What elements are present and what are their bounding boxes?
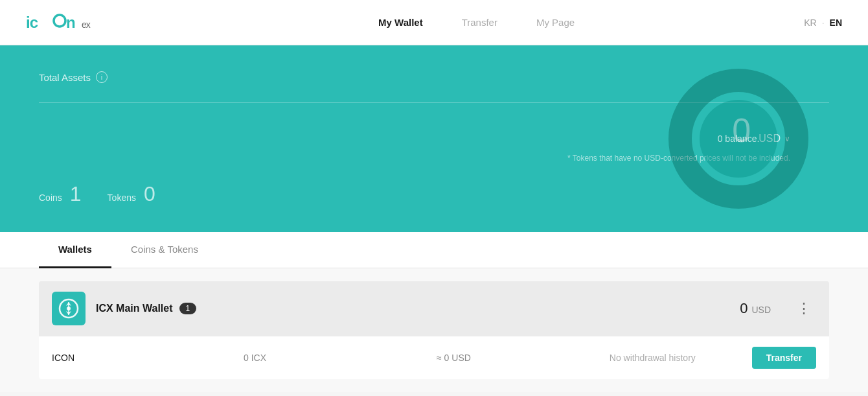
svg-point-8 — [67, 307, 71, 310]
token-usd-amount: ≈ 0 USD — [354, 353, 553, 363]
transfer-button[interactable]: Transfer — [752, 347, 816, 369]
coins-label: Coins — [39, 192, 62, 203]
wallet-card: ICX Main Wallet 1 0 USD ⋮ ICON 0 ICX ≈ 0… — [39, 281, 829, 379]
token-name: ICON — [52, 353, 155, 363]
lang-separator: · — [822, 17, 825, 28]
tabs-section: Wallets Coins & Tokens — [0, 232, 868, 268]
svg-text:ic: ic — [26, 14, 38, 31]
nav-my-wallet[interactable]: My Wallet — [378, 17, 423, 42]
coins-item: Coins 1 — [39, 182, 82, 206]
tokens-item: Tokens 0 — [108, 182, 155, 206]
svg-point-1 — [54, 15, 65, 27]
tabs: Wallets Coins & Tokens — [39, 232, 829, 268]
tab-wallets[interactable]: Wallets — [39, 232, 111, 268]
header: ic n ex My Wallet Transfer My Page KR · … — [0, 0, 868, 45]
lang-kr[interactable]: KR — [804, 17, 816, 28]
donut-label: 0 balance. — [718, 134, 760, 144]
main-nav: My Wallet Transfer My Page — [149, 17, 804, 28]
nav-my-page[interactable]: My Page — [536, 17, 575, 42]
wallet-amount-currency: USD — [751, 305, 771, 315]
nav-transfer[interactable]: Transfer — [462, 17, 497, 42]
wallet-badge: 1 — [179, 303, 197, 314]
lang-en[interactable]: EN — [830, 17, 842, 28]
wallet-amount-value: 0 — [740, 300, 748, 317]
wallet-section: ICX Main Wallet 1 0 USD ⋮ ICON 0 ICX ≈ 0… — [0, 268, 868, 392]
wallet-card-header: ICX Main Wallet 1 0 USD ⋮ — [39, 281, 829, 336]
token-row: ICON 0 ICX ≈ 0 USD No withdrawal history… — [39, 336, 829, 379]
tokens-value: 0 — [144, 182, 155, 206]
icx-logo-icon — [57, 297, 80, 320]
logo-svg: ic n ex — [26, 12, 97, 33]
usd-prefix: ≈ — [437, 353, 442, 363]
wallet-amount: 0 USD — [740, 300, 771, 317]
svg-text:n: n — [66, 14, 75, 31]
svg-text:ex: ex — [82, 19, 91, 30]
token-icx-amount: 0 ICX — [155, 353, 354, 363]
donut-wrap: 0 balance. — [667, 67, 810, 210]
total-assets-text: Total Assets — [39, 72, 91, 83]
language-selector: KR · EN — [804, 17, 842, 28]
wallet-name: ICX Main Wallet 1 — [96, 303, 196, 314]
logo: ic n ex — [26, 12, 97, 33]
hero-section: Total Assets i 0 USD ∨ * Tokens that hav… — [0, 45, 868, 232]
info-icon[interactable]: i — [96, 71, 108, 83]
token-history: No withdrawal history — [553, 353, 752, 363]
tokens-label: Tokens — [108, 192, 136, 203]
wallet-more-button[interactable]: ⋮ — [792, 297, 816, 320]
donut-chart: 0 balance. — [661, 61, 816, 216]
wallet-name-text: ICX Main Wallet — [96, 303, 173, 314]
tab-coins-tokens[interactable]: Coins & Tokens — [111, 232, 218, 268]
wallet-icon-box — [52, 292, 86, 325]
coins-value: 1 — [70, 182, 82, 206]
usd-value: 0 USD — [444, 353, 471, 363]
